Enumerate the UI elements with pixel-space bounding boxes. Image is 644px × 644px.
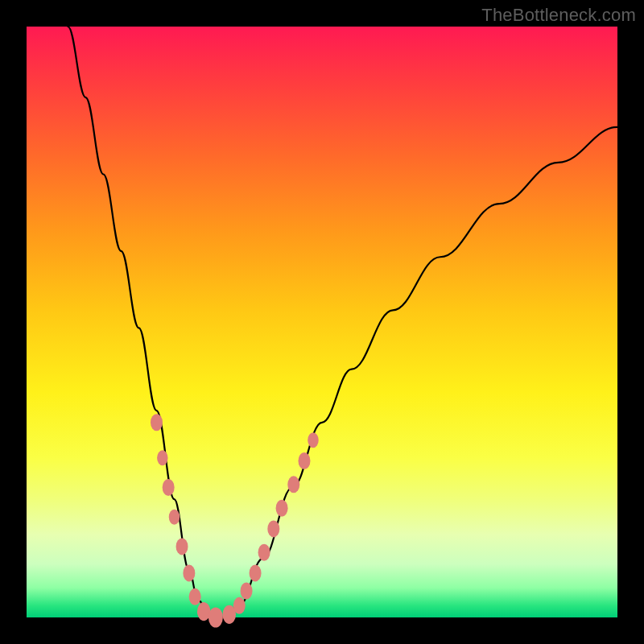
svg-point-11 (241, 582, 253, 599)
svg-point-12 (250, 564, 262, 581)
plot-area (27, 27, 617, 617)
bead-cluster (151, 414, 319, 627)
watermark-label: TheBottleneck.com (481, 5, 636, 26)
svg-point-1 (157, 450, 168, 465)
svg-point-8 (208, 607, 223, 627)
svg-point-13 (258, 544, 270, 561)
svg-point-4 (176, 538, 188, 555)
bottleneck-curve (27, 27, 617, 617)
svg-point-14 (267, 520, 279, 537)
svg-point-0 (151, 414, 163, 431)
chart-frame: TheBottleneck.com (0, 0, 644, 644)
svg-point-17 (298, 452, 310, 469)
svg-point-18 (308, 432, 319, 448)
svg-point-15 (276, 500, 288, 517)
svg-point-16 (287, 476, 299, 493)
svg-point-3 (169, 510, 180, 525)
svg-point-2 (163, 479, 175, 496)
svg-point-6 (189, 588, 201, 605)
svg-point-10 (233, 597, 246, 614)
svg-point-5 (183, 564, 195, 581)
